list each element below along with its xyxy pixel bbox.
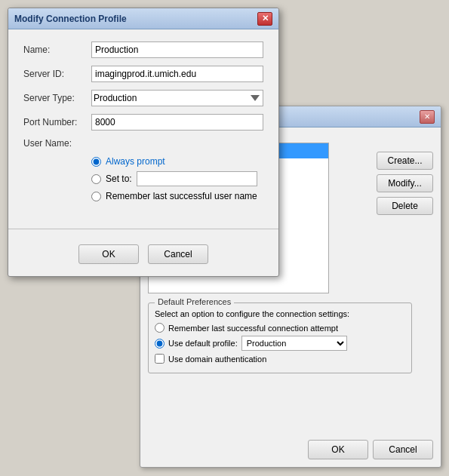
always-prompt-radio[interactable] (91, 157, 101, 167)
server-id-input[interactable] (91, 66, 263, 82)
set-to-radio[interactable] (91, 174, 101, 184)
remember-label: Remember last successful connection atte… (168, 324, 338, 333)
use-default-radio-row: Use default profile: Production QA (155, 336, 405, 351)
domain-auth-label: Use domain authentication (168, 355, 266, 364)
use-default-radio[interactable] (155, 339, 165, 349)
fg-ok-button[interactable]: OK (78, 244, 139, 264)
bg-bottom-buttons: OK Cancel (308, 440, 433, 459)
bg-close-icon: ✕ (424, 112, 430, 121)
set-to-label: Set to: (106, 174, 132, 184)
remember-radio[interactable] (155, 323, 165, 333)
user-name-label: User Name: (23, 138, 91, 149)
server-id-row: Server ID: (23, 66, 263, 82)
server-type-row: Server Type: Production QA Development (23, 90, 263, 106)
fg-close-button[interactable]: ✕ (257, 12, 272, 26)
set-to-row: Set to: (91, 171, 263, 186)
default-profile-select[interactable]: Production QA (241, 336, 347, 351)
fg-cancel-button[interactable]: Cancel (148, 244, 208, 264)
fg-dialog-content: Name: Server ID: Server Type: Production… (8, 29, 278, 221)
modify-button[interactable]: Modify... (377, 174, 433, 192)
always-prompt-label: Always prompt (106, 156, 165, 167)
bg-cancel-button[interactable]: Cancel (373, 440, 433, 459)
bg-close-button[interactable]: ✕ (420, 110, 435, 124)
domain-auth-checkbox-row: Use domain authentication (155, 354, 405, 364)
set-to-input[interactable] (137, 171, 257, 186)
server-id-label: Server ID: (23, 69, 91, 79)
fg-dialog-titlebar: Modify Connection Profile ✕ (8, 8, 278, 29)
fg-close-icon: ✕ (262, 14, 269, 23)
modify-connection-profile-dialog: Modify Connection Profile ✕ Name: Server… (8, 8, 279, 277)
name-label: Name: (23, 45, 91, 55)
remember-radio-row: Remember last successful connection atte… (155, 323, 405, 333)
bg-ok-button[interactable]: OK (308, 440, 368, 459)
remember-last-label: Remember last successful user name (106, 191, 257, 201)
default-preferences-section: Default Preferences Select an option to … (148, 302, 412, 373)
use-default-label: Use default profile: (168, 339, 238, 348)
section-title: Default Preferences (155, 297, 234, 306)
always-prompt-row: Always prompt (91, 156, 263, 167)
port-number-input[interactable] (91, 114, 263, 131)
remember-last-row: Remember last successful user name (91, 191, 263, 201)
server-type-select[interactable]: Production QA Development (91, 90, 263, 106)
bg-action-buttons: Create... Modify... Delete (377, 152, 433, 215)
remember-last-radio[interactable] (91, 192, 101, 201)
server-type-label: Server Type: (23, 93, 91, 103)
create-button[interactable]: Create... (377, 152, 433, 170)
name-input[interactable] (91, 41, 263, 58)
fg-bottom-buttons: OK Cancel (8, 237, 278, 276)
fg-dialog-title: Modify Connection Profile (14, 14, 257, 24)
user-name-row: User Name: (23, 138, 263, 149)
section-description: Select an option to configure the connec… (155, 309, 405, 318)
name-row: Name: (23, 41, 263, 58)
dialog-divider (8, 229, 278, 229)
port-number-label: Port Number: (23, 117, 91, 127)
username-radio-group: Always prompt Set to: Remember last succ… (91, 156, 263, 201)
port-number-row: Port Number: (23, 114, 263, 131)
domain-auth-checkbox[interactable] (155, 354, 165, 364)
delete-button[interactable]: Delete (377, 197, 433, 215)
